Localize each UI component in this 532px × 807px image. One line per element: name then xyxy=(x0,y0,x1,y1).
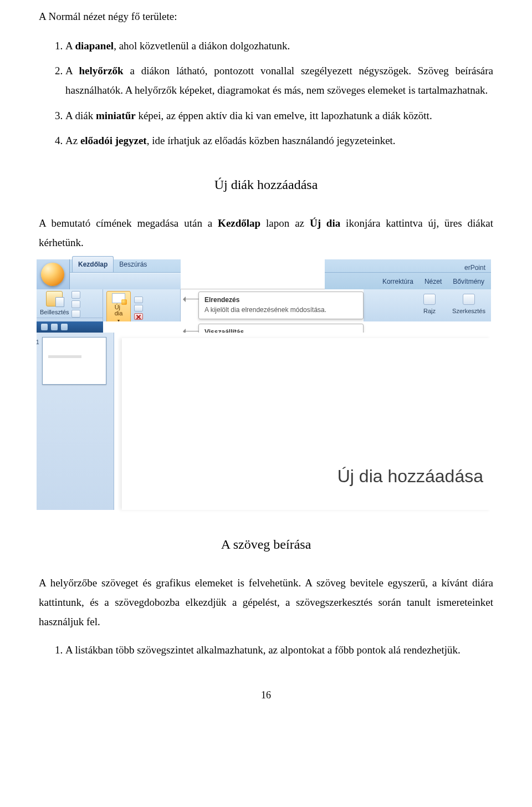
page-number: 16 xyxy=(39,686,493,704)
slide-canvas[interactable]: Új dia hozzáadása xyxy=(114,333,491,510)
editing-button[interactable]: Szerkesztés xyxy=(452,294,485,316)
thumb-title-placeholder xyxy=(48,355,81,358)
tab-home[interactable]: Kezdőlap xyxy=(72,256,114,272)
format-painter-icon[interactable] xyxy=(71,310,80,318)
ribbon-right-groups: Rajz Szerkesztés xyxy=(364,289,491,321)
save-icon[interactable] xyxy=(41,324,48,330)
heading-add-slides: Új diák hozzáadása xyxy=(39,172,493,197)
slide-thumbnails-pane[interactable]: 1 xyxy=(37,333,114,510)
title-gap xyxy=(181,259,325,289)
new-slide-icon xyxy=(112,293,125,303)
delete-slide-icon[interactable] xyxy=(134,313,143,320)
tab-view[interactable]: Nézet xyxy=(421,274,445,289)
para-add: A bemutató címének megadása után a Kezdő… xyxy=(39,213,493,252)
reset-icon[interactable] xyxy=(134,305,143,311)
window-title-suffix: erPoint xyxy=(325,259,491,273)
slide-title-text: Új dia hozzáadása xyxy=(337,460,483,493)
para-text: A helyőrzőbe szöveget és grafikus elemek… xyxy=(39,573,493,631)
undo-icon[interactable] xyxy=(51,324,58,330)
layout-icon[interactable] xyxy=(134,297,143,303)
ribbon-group-slides: Új dia ▾ Diák xyxy=(103,289,181,321)
callouts-column: Elrendezés A kijelölt dia elrendezésének… xyxy=(181,289,364,321)
office-orb[interactable] xyxy=(37,259,70,289)
tab-insert[interactable]: Beszúrás xyxy=(114,257,152,272)
list-item: A diák miniatűr képei, az éppen aktív di… xyxy=(65,106,493,125)
list-item: A helyőrzők a diákon látható, pontozott … xyxy=(65,61,493,100)
sub-list: A listákban több szövegszintet alkalmazh… xyxy=(39,640,493,660)
list-item: A diapanel, ahol közvetlenül a diákon do… xyxy=(65,36,493,55)
office-button-icon xyxy=(41,263,64,286)
draw-button[interactable]: Rajz xyxy=(423,294,436,316)
main-list: A diapanel, ahol közvetlenül a diákon do… xyxy=(39,36,493,150)
quick-access-toolbar[interactable] xyxy=(37,321,103,333)
redo-icon[interactable] xyxy=(61,324,68,330)
find-icon xyxy=(463,294,475,305)
heading-text-entry: A szöveg beírása xyxy=(39,532,493,556)
callout-layout: Elrendezés A kijelölt dia elrendezésének… xyxy=(198,292,364,319)
tab-addin[interactable]: Bővítmény xyxy=(449,274,488,289)
slide-thumbnail[interactable]: 1 xyxy=(42,337,106,385)
paste-button[interactable]: Beillesztés xyxy=(40,291,69,318)
list-item: A listákban több szövegszintet alkalmazh… xyxy=(65,640,493,660)
intro-line: A Normál nézet négy fő területe: xyxy=(39,7,493,26)
copy-icon[interactable] xyxy=(71,300,80,308)
tab-review[interactable]: Korrektúra xyxy=(379,274,417,289)
cut-icon[interactable] xyxy=(71,291,80,299)
thumb-index: 1 xyxy=(36,338,39,348)
list-item: Az előadói jegyzet, ide írhatjuk az előa… xyxy=(65,131,493,150)
ribbon-group-clipboard: Beillesztés Vágólap xyxy=(37,289,103,321)
paste-icon xyxy=(46,291,63,307)
shapes-icon xyxy=(423,294,436,305)
powerpoint-screenshot: Kezdőlap Beszúrás erPoint Korrektúra Néz… xyxy=(37,259,491,510)
